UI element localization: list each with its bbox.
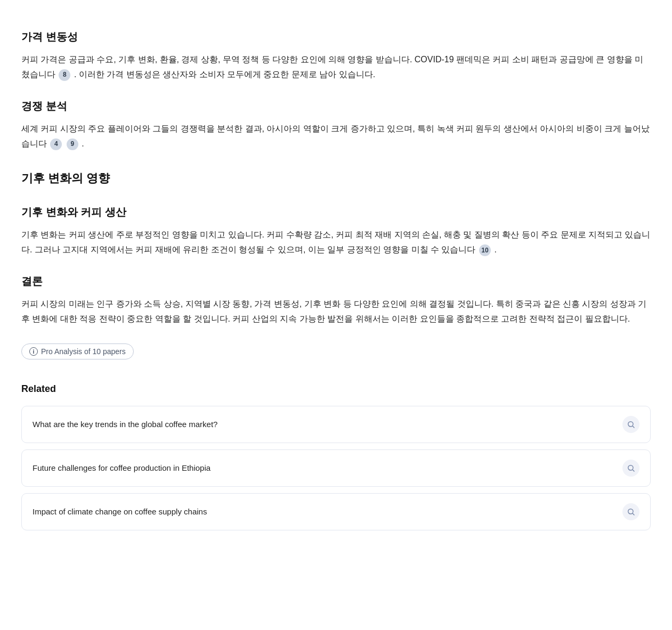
related-item-3-text: Impact of climate change on coffee suppl… <box>33 505 207 519</box>
heading-competition: 경쟁 분석 <box>21 97 651 115</box>
pro-analysis-label: Pro Analysis of 10 papers <box>41 347 126 356</box>
heading-climate-production: 기후 변화와 커피 생산 <box>21 203 651 221</box>
heading-conclusion: 결론 <box>21 272 651 290</box>
section-climate-production: 기후 변화와 커피 생산 기후 변화는 커피 생산에 주로 부정적인 영향을 미… <box>21 203 651 257</box>
section-conclusion: 결론 커피 시장의 미래는 인구 증가와 소득 상승, 지역별 시장 동향, 가… <box>21 272 651 326</box>
search-icon-1 <box>622 416 639 433</box>
heading-climate-impact: 기후 변화의 영향 <box>21 168 651 188</box>
svg-line-5 <box>633 513 634 515</box>
section-climate-impact: 기후 변화의 영향 <box>21 168 651 188</box>
paragraph-climate-production: 기후 변화는 커피 생산에 주로 부정적인 영향을 미치고 있습니다. 커피 수… <box>21 227 651 257</box>
related-title: Related <box>21 381 651 397</box>
section-price-volatility: 가격 변동성 커피 가격은 공급과 수요, 기후 변화, 환율, 경제 상황, … <box>21 28 651 82</box>
paragraph-competition: 세계 커피 시장의 주요 플레이어와 그들의 경쟁력을 분석한 결과, 아시아의… <box>21 121 651 151</box>
text-competition-2: . <box>82 139 84 148</box>
related-item-2-text: Future challenges for coffee production … <box>33 461 210 475</box>
text-price-volatility-2: . 이러한 가격 변동성은 생산자와 소비자 모두에게 중요한 문제로 남아 있… <box>74 70 375 79</box>
related-item-1-text: What are the key trends in the global co… <box>33 418 217 431</box>
text-climate-2: . <box>494 245 496 254</box>
paragraph-conclusion: 커피 시장의 미래는 인구 증가와 소득 상승, 지역별 시장 동향, 가격 변… <box>21 297 651 326</box>
svg-line-1 <box>633 426 634 428</box>
search-icon-3 <box>622 503 639 520</box>
citation-4[interactable]: 4 <box>50 138 62 150</box>
pro-analysis-button[interactable]: i Pro Analysis of 10 papers <box>21 343 134 359</box>
citation-8[interactable]: 8 <box>59 69 70 81</box>
info-icon: i <box>29 347 38 356</box>
section-competition: 경쟁 분석 세계 커피 시장의 주요 플레이어와 그들의 경쟁력을 분석한 결과… <box>21 97 651 151</box>
text-competition-1: 세계 커피 시장의 주요 플레이어와 그들의 경쟁력을 분석한 결과, 아시아의… <box>21 124 650 148</box>
related-item-2[interactable]: Future challenges for coffee production … <box>21 449 651 487</box>
citation-9[interactable]: 9 <box>67 138 78 150</box>
text-climate-1: 기후 변화는 커피 생산에 주로 부정적인 영향을 미치고 있습니다. 커피 수… <box>21 230 650 254</box>
related-item-1[interactable]: What are the key trends in the global co… <box>21 406 651 443</box>
related-item-3[interactable]: Impact of climate change on coffee suppl… <box>21 493 651 530</box>
paragraph-price-volatility: 커피 가격은 공급과 수요, 기후 변화, 환율, 경제 상황, 무역 정책 등… <box>21 52 651 82</box>
search-icon-2 <box>622 460 639 477</box>
citation-10[interactable]: 10 <box>479 244 491 256</box>
svg-line-3 <box>633 470 634 471</box>
heading-price-volatility: 가격 변동성 <box>21 28 651 46</box>
related-section: Related What are the key trends in the g… <box>21 381 651 530</box>
